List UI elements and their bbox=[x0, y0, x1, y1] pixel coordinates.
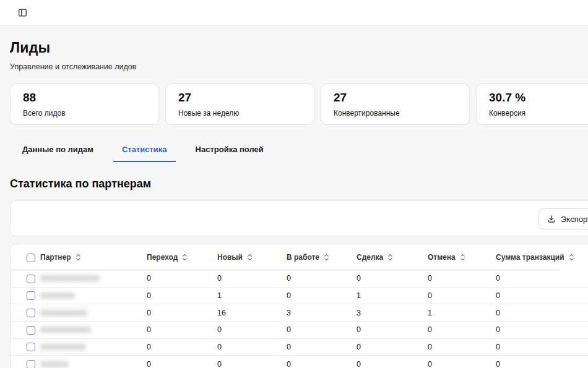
chevron-up-down-icon[interactable] bbox=[246, 254, 253, 261]
column-header: Переход bbox=[147, 244, 217, 270]
topbar bbox=[0, 0, 588, 26]
cell-value: 0 bbox=[496, 270, 560, 287]
chevron-up-down-icon[interactable] bbox=[323, 254, 330, 261]
row-checkbox[interactable] bbox=[27, 275, 35, 283]
cell-value: 0 bbox=[428, 356, 496, 368]
cell-value: 0 bbox=[428, 321, 496, 338]
stat-label: Конвертированные bbox=[334, 109, 457, 118]
export-button[interactable]: Экспорт bbox=[538, 208, 588, 229]
cell-value: 0 bbox=[147, 304, 217, 322]
column-label: Партнер bbox=[40, 253, 71, 262]
table-header-row: ПартнерПереходНовыйВ работеСделкаОтменаС… bbox=[11, 244, 588, 270]
table-row: 000000 bbox=[11, 270, 588, 287]
chevron-up-down-icon[interactable] bbox=[459, 254, 466, 261]
cell-value: 0 bbox=[287, 321, 357, 338]
table-row: 0163310 bbox=[11, 304, 588, 322]
cell-value: 0 bbox=[147, 270, 217, 287]
cell-value: 0 bbox=[147, 321, 217, 338]
row-checkbox[interactable] bbox=[27, 309, 35, 317]
chevron-up-down-icon[interactable] bbox=[75, 254, 82, 261]
cell-value: 0 bbox=[496, 356, 560, 368]
cell-value: 0 bbox=[428, 338, 496, 356]
download-icon bbox=[547, 215, 556, 223]
column-label: Новый bbox=[217, 253, 243, 262]
column-header: Сделка bbox=[357, 244, 428, 270]
column-label: Отмена bbox=[428, 253, 456, 262]
chevron-up-down-icon[interactable] bbox=[387, 254, 394, 261]
column-label: Сумма транзакций bbox=[496, 253, 564, 262]
table-row: 000000 bbox=[11, 356, 588, 368]
cell-value: 0 bbox=[496, 287, 560, 304]
cell-value: 0 bbox=[357, 321, 428, 338]
table-row: 000000 bbox=[11, 321, 588, 338]
cell-value: 0 bbox=[147, 338, 217, 356]
cell-value: 0 bbox=[287, 287, 357, 304]
partner-name-redacted bbox=[40, 293, 75, 299]
cell-value: 0 bbox=[496, 304, 560, 322]
column-label: Сделка bbox=[357, 253, 383, 262]
table-body: 0000000101000163310000000000000000000000… bbox=[11, 270, 588, 368]
cell-value: 1 bbox=[357, 287, 428, 304]
toolbar-panel: Экспорт bbox=[10, 200, 588, 236]
partner-name-redacted bbox=[40, 344, 86, 350]
page-subtitle: Управление и отслеживание лидов bbox=[10, 62, 588, 71]
cell-value: 0 bbox=[357, 356, 428, 368]
stat-label: Новые за неделю bbox=[178, 109, 301, 118]
row-checkbox[interactable] bbox=[27, 326, 35, 335]
stat-value: 30.7 % bbox=[489, 91, 588, 105]
tab-lead-data[interactable]: Данные по лидам bbox=[14, 140, 102, 162]
cell-value: 0 bbox=[217, 321, 287, 338]
partners-table: ПартнерПереходНовыйВ работеСделкаОтменаС… bbox=[11, 244, 588, 368]
stat-label: Конверсия bbox=[489, 109, 588, 118]
chevron-up-down-icon[interactable] bbox=[181, 254, 188, 261]
stats-row: 88 Всего лидов27 Новые за неделю27 Конве… bbox=[10, 83, 588, 125]
cell-value: 3 bbox=[357, 304, 428, 322]
stat-card: 27 Новые за неделю bbox=[165, 83, 314, 125]
row-checkbox[interactable] bbox=[27, 291, 35, 300]
stat-card: 30.7 % Конверсия bbox=[476, 83, 588, 125]
cell-value: 0 bbox=[496, 338, 560, 356]
cell-value: 0 bbox=[428, 287, 496, 304]
cell-value: 3 bbox=[287, 304, 357, 322]
column-header: Сумма транзакций bbox=[496, 244, 560, 270]
cell-value: 0 bbox=[217, 338, 287, 356]
cell-value: 0 bbox=[496, 321, 560, 338]
main-content: Лиды Управление и отслеживание лидов 88 … bbox=[0, 26, 588, 368]
row-checkbox[interactable] bbox=[27, 343, 35, 351]
page-title: Лиды bbox=[10, 40, 588, 56]
stat-value: 27 bbox=[334, 91, 457, 105]
stat-card: 88 Всего лидов bbox=[10, 83, 159, 125]
row-checkbox[interactable] bbox=[27, 360, 35, 368]
chevron-up-down-icon[interactable] bbox=[568, 254, 575, 261]
column-label: Переход bbox=[147, 253, 178, 262]
cell-value: 0 bbox=[357, 270, 428, 287]
tab-field-settings[interactable]: Настройка полей bbox=[187, 140, 272, 162]
partner-name-redacted bbox=[40, 361, 69, 367]
stat-value: 88 bbox=[23, 91, 146, 105]
tabs: Данные по лидамСтатистикаНастройка полей bbox=[10, 140, 588, 162]
tab-statistics[interactable]: Статистика bbox=[113, 140, 176, 162]
cell-value: 0 bbox=[147, 356, 217, 368]
sidebar-toggle-button[interactable] bbox=[15, 6, 29, 20]
partner-name-redacted bbox=[40, 327, 91, 333]
partners-table-panel: ПартнерПереходНовыйВ работеСделкаОтменаС… bbox=[10, 244, 588, 368]
cell-value: 1 bbox=[217, 287, 287, 304]
cell-value: 1 bbox=[428, 304, 496, 322]
panel-left-icon bbox=[18, 8, 27, 17]
cell-value: 0 bbox=[287, 356, 357, 368]
select-all-checkbox[interactable] bbox=[27, 254, 35, 262]
cell-value: 0 bbox=[217, 270, 287, 287]
stat-value: 27 bbox=[178, 91, 301, 105]
cell-value: 0 bbox=[428, 270, 496, 287]
stat-card: 27 Конвертированные bbox=[321, 83, 470, 125]
partner-name-redacted bbox=[40, 310, 87, 316]
partner-name-redacted bbox=[40, 275, 100, 281]
column-header: Партнер bbox=[40, 244, 147, 270]
cell-value: 0 bbox=[357, 338, 428, 356]
column-header: Новый bbox=[217, 244, 287, 270]
column-header: Отмена bbox=[428, 244, 496, 270]
column-header: В работе bbox=[287, 244, 357, 270]
cell-value: 0 bbox=[287, 338, 357, 356]
stat-label: Всего лидов bbox=[23, 109, 146, 118]
cell-value: 0 bbox=[217, 356, 287, 368]
